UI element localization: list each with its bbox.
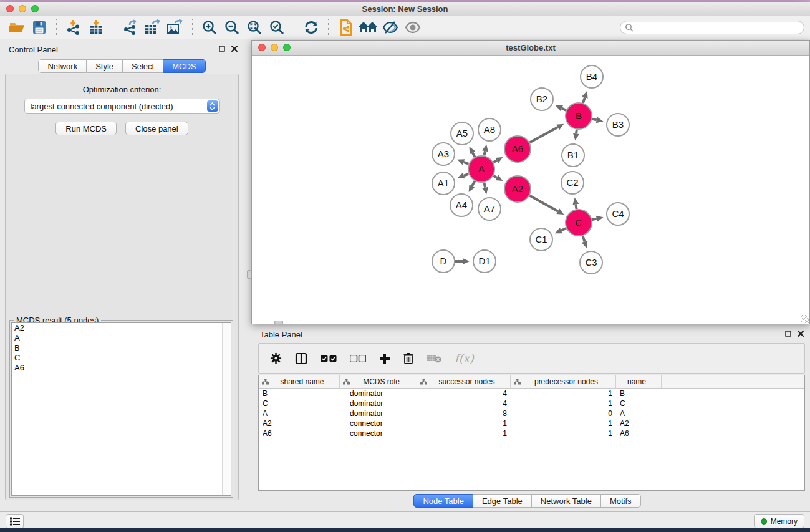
result-list-scrollbar[interactable] xyxy=(222,323,231,495)
export-table-icon[interactable] xyxy=(142,18,164,37)
run-mcds-button[interactable]: Run MCDS xyxy=(55,122,117,135)
table-settings-gear-icon[interactable] xyxy=(270,352,282,364)
graph-edge-arrowhead xyxy=(596,117,604,123)
import-network-icon[interactable] xyxy=(62,18,85,37)
table-row[interactable]: A2connector11A2 xyxy=(259,418,804,428)
tab-motifs[interactable]: Motifs xyxy=(601,494,641,508)
graph-edge-B-B4[interactable] xyxy=(583,97,585,103)
graph-edge-A-A2[interactable] xyxy=(493,176,496,178)
table-row[interactable]: Bdominator41B xyxy=(259,389,804,399)
graph-edge-A6-B[interactable] xyxy=(529,127,557,142)
float-table-panel-icon[interactable] xyxy=(785,331,791,337)
export-network-icon[interactable] xyxy=(119,18,142,37)
table-toolbar: f(x) xyxy=(258,343,805,374)
search-input[interactable] xyxy=(634,23,799,32)
tab-mcds[interactable]: MCDS xyxy=(163,59,205,73)
task-history-button[interactable] xyxy=(6,514,24,529)
delete-trash-icon[interactable] xyxy=(403,352,413,364)
graph-edge-B-B2[interactable] xyxy=(562,109,566,110)
graph-edge-A2-C[interactable] xyxy=(529,196,557,211)
table-row[interactable]: Cdominator41C xyxy=(259,399,804,409)
column-header-name[interactable]: name xyxy=(616,375,662,388)
graph-node-label: B3 xyxy=(612,119,624,130)
graph-edge-A-A1[interactable] xyxy=(464,174,469,176)
add-column-icon[interactable] xyxy=(379,353,390,364)
control-panel-header: Control Panel xyxy=(0,39,244,59)
table-cell: connector xyxy=(340,419,417,428)
graph-edge-arrowhead xyxy=(582,241,588,248)
zoom-fit-icon[interactable] xyxy=(243,18,266,37)
hide-graphics-details-icon[interactable] xyxy=(379,18,402,37)
show-graphics-details-icon[interactable] xyxy=(402,18,424,37)
new-network-from-file-icon[interactable] xyxy=(334,18,357,37)
column-header-shared-name[interactable]: shared name xyxy=(259,375,340,388)
show-columns-icon[interactable] xyxy=(295,352,307,365)
memory-button[interactable]: Memory xyxy=(754,514,804,528)
tab-node-table[interactable]: Node Table xyxy=(413,494,473,508)
optimization-criterion-dropdown[interactable]: largest connected component (directed) xyxy=(24,99,220,114)
graph-edge-B-B3[interactable] xyxy=(592,119,596,120)
select-all-icon[interactable] xyxy=(321,355,337,362)
splitter-handle-vertical[interactable] xyxy=(247,270,251,279)
close-window-button[interactable] xyxy=(6,5,14,12)
zoom-network-button[interactable] xyxy=(283,44,291,51)
tab-network[interactable]: Network xyxy=(38,59,87,73)
graph-edge-A-A6[interactable] xyxy=(493,160,496,162)
tab-edge-table[interactable]: Edge Table xyxy=(473,494,532,508)
deselect-all-icon[interactable] xyxy=(350,355,366,362)
refresh-layout-icon[interactable] xyxy=(300,18,322,37)
tab-select[interactable]: Select xyxy=(123,59,163,73)
graph-node-label: D xyxy=(440,256,447,266)
zoom-in-icon[interactable] xyxy=(198,18,221,37)
column-header-successor-nodes[interactable]: successor nodes xyxy=(417,375,511,388)
home-icon[interactable] xyxy=(357,18,379,37)
open-session-icon[interactable] xyxy=(6,18,28,37)
minimize-network-button[interactable] xyxy=(271,44,278,51)
tab-style[interactable]: Style xyxy=(87,59,123,73)
graph-edge-A-A3[interactable] xyxy=(464,162,469,164)
result-list-item[interactable]: C xyxy=(12,353,231,363)
minimize-window-button[interactable] xyxy=(19,5,26,12)
result-list-item[interactable]: A xyxy=(12,333,231,343)
graph-edge-A-A7[interactable] xyxy=(484,183,485,188)
graph-edge-A-A8[interactable] xyxy=(484,151,485,155)
result-list-item[interactable]: A6 xyxy=(12,363,231,373)
mcds-tab-content: Optimization criterion: largest connecte… xyxy=(5,74,239,500)
close-panel-button[interactable]: Close panel xyxy=(125,122,188,135)
zoom-window-button[interactable] xyxy=(31,5,39,12)
import-table-icon[interactable] xyxy=(85,18,107,37)
graph-edge-A-A5[interactable] xyxy=(473,153,475,157)
graph-edge-C-C3[interactable] xyxy=(583,236,585,242)
close-panel-icon[interactable] xyxy=(231,46,238,52)
mcds-result-groupbox: MCDS result (5 nodes) A2ABCA6 xyxy=(9,320,233,498)
zoom-out-icon[interactable] xyxy=(221,18,243,37)
graph-edge-C-C2[interactable] xyxy=(576,205,576,210)
column-header-predecessor-nodes[interactable]: predecessor nodes xyxy=(511,375,616,388)
close-network-button[interactable] xyxy=(258,44,266,51)
table-cell: dominator xyxy=(340,409,417,418)
toolbar-separator xyxy=(328,19,329,36)
graph-edge-C-C4[interactable] xyxy=(592,219,596,220)
toolbar-search-field[interactable] xyxy=(620,21,804,34)
network-window-title: testGlobe.txt xyxy=(252,43,809,52)
resize-grip-icon[interactable] xyxy=(801,315,809,323)
result-list-item[interactable]: B xyxy=(12,343,231,353)
desktop-strip xyxy=(0,528,810,532)
column-header-MCDS-role[interactable]: MCDS role xyxy=(340,375,417,388)
graph-edge-B-B1[interactable] xyxy=(576,130,577,134)
network-canvas[interactable]: B4B2BB3A8A5A6A3B1AA1C2A2A4A7C4CC1C3DD1 xyxy=(252,56,809,324)
export-image-icon[interactable] xyxy=(164,18,186,37)
table-row[interactable]: A6connector11A6 xyxy=(259,428,804,438)
content-area: Control Panel NetworkStyleSelectMCDS Opt… xyxy=(0,39,810,511)
column-attribute-icon xyxy=(514,379,521,385)
graph-edge-A-A4[interactable] xyxy=(472,181,475,186)
graph-edge-C-C1[interactable] xyxy=(561,228,566,231)
zoom-selected-icon[interactable] xyxy=(266,18,288,37)
result-list-item[interactable]: A2 xyxy=(12,323,231,333)
tab-network-table[interactable]: Network Table xyxy=(532,494,601,508)
save-session-icon[interactable] xyxy=(28,18,51,37)
table-row[interactable]: Adominator80A xyxy=(259,409,804,418)
float-panel-icon[interactable] xyxy=(219,46,225,52)
close-table-panel-icon[interactable] xyxy=(798,331,804,337)
network-graph: B4B2BB3A8A5A6A3B1AA1C2A2A4A7C4CC1C3DD1 xyxy=(252,56,809,324)
